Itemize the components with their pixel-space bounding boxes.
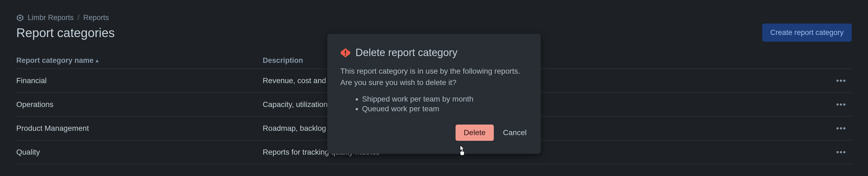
warning-icon [340, 48, 351, 58]
delete-category-modal: Delete report category This report categ… [328, 34, 541, 154]
sort-asc-icon: ▲ [95, 58, 99, 63]
svg-rect-3 [345, 50, 346, 54]
cell-name[interactable]: Product Management [16, 116, 263, 140]
breadcrumb: Limbr Reports / Reports [16, 13, 852, 22]
modal-title: Delete report category [355, 47, 458, 59]
svg-rect-4 [345, 55, 346, 56]
svg-point-0 [19, 17, 21, 19]
create-report-category-button[interactable]: Create report category [762, 24, 852, 42]
list-item: Shipped work per team by month [362, 94, 528, 104]
breadcrumb-sep: / [78, 13, 80, 22]
affected-reports-list: Shipped work per team by month Queued wo… [340, 94, 528, 114]
cancel-button[interactable]: Cancel [502, 125, 528, 141]
col-name-label: Report category name [16, 56, 94, 64]
page-title: Report categories [16, 26, 115, 40]
modal-message: This report category is in use by the fo… [340, 66, 528, 88]
cell-name[interactable]: Operations [16, 93, 263, 116]
col-name[interactable]: Report category name▲ [16, 56, 263, 69]
row-actions-button[interactable]: ••• [834, 122, 848, 134]
breadcrumb-app[interactable]: Limbr Reports [28, 13, 74, 22]
list-item: Queued work per team [362, 104, 528, 114]
row-actions-button[interactable]: ••• [834, 99, 848, 110]
col-actions [825, 56, 852, 69]
breadcrumb-section[interactable]: Reports [83, 13, 109, 22]
app-logo-icon [16, 14, 24, 22]
delete-button[interactable]: Delete [456, 125, 494, 141]
cell-name[interactable]: Quality [16, 140, 263, 164]
cell-name[interactable]: Financial [16, 69, 263, 93]
row-actions-button[interactable]: ••• [834, 146, 848, 158]
row-actions-button[interactable]: ••• [834, 75, 848, 86]
